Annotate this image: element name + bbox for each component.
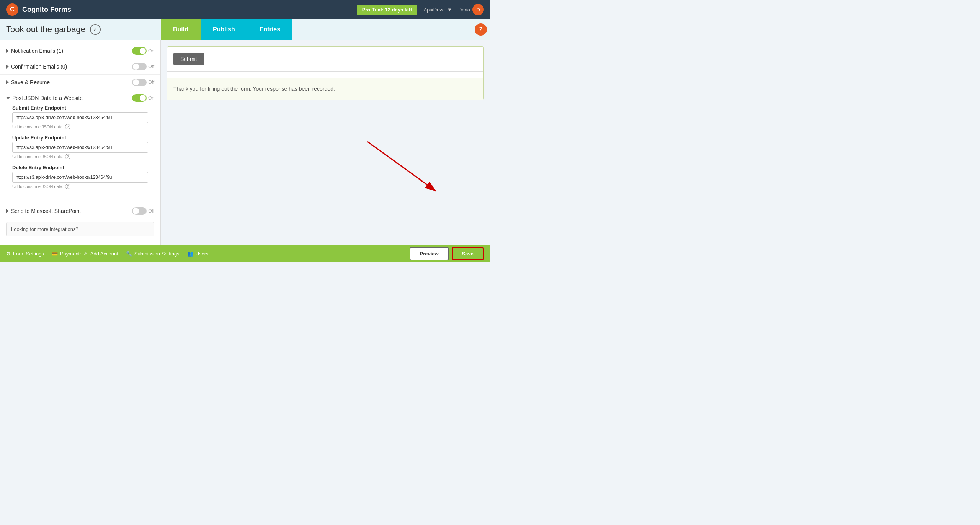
- navbar-brand: Cognito Forms: [22, 6, 71, 14]
- sidebar-item-title[interactable]: Post JSON Data to a Website: [6, 95, 83, 101]
- sidebar-item-confirmation-emails: Confirmation Emails (0) Off: [0, 59, 160, 75]
- toggle-thumb: [140, 48, 146, 54]
- sidebar: Notification Emails (1) On Confirmation …: [0, 40, 161, 245]
- svg-line-1: [368, 142, 436, 191]
- toggle-track[interactable]: [132, 207, 147, 215]
- toggle-thumb: [133, 208, 139, 214]
- form-divider: [167, 71, 483, 72]
- form-title-area: Took out the garbage ✓: [0, 24, 161, 35]
- toggle-track[interactable]: [132, 47, 147, 55]
- submit-endpoint-label: Submit Entry Endpoint: [12, 105, 148, 111]
- users-icon: 👥: [187, 251, 193, 257]
- sub-header: Took out the garbage ✓ Build Publish Ent…: [0, 19, 490, 40]
- users-button[interactable]: 👥 Users: [187, 251, 209, 257]
- toolbar-left: ⚙ Form Settings 💳 Payment: ⚠ Add Account…: [6, 251, 209, 257]
- toolbar-right: Preview Save: [410, 247, 484, 260]
- post-json-toggle[interactable]: On: [132, 94, 154, 102]
- toggle-thumb: [140, 95, 146, 101]
- bottom-toolbar: ⚙ Form Settings 💳 Payment: ⚠ Add Account…: [0, 245, 490, 262]
- user-avatar[interactable]: D: [472, 4, 484, 15]
- submit-endpoint-block: Submit Entry Endpoint Url to consume JSO…: [12, 105, 148, 129]
- content-area: Submit Thank you for filling out the for…: [161, 40, 490, 245]
- tab-entries[interactable]: Entries: [247, 19, 292, 40]
- update-endpoint-hint: Url to consume JSON data. ?: [12, 154, 148, 159]
- check-circle-icon[interactable]: ✓: [90, 24, 101, 35]
- submission-settings-button[interactable]: 🔧 Submission Settings: [126, 251, 180, 257]
- tab-build[interactable]: Build: [161, 19, 201, 40]
- expand-icon: [6, 80, 9, 84]
- hint-icon: ?: [65, 124, 70, 129]
- delete-endpoint-block: Delete Entry Endpoint Url to consume JSO…: [12, 165, 148, 189]
- form-settings-button[interactable]: ⚙ Form Settings: [6, 251, 44, 257]
- sidebar-item-notification-emails: Notification Emails (1) On: [0, 43, 160, 59]
- hint-icon: ?: [65, 154, 70, 159]
- delete-endpoint-label: Delete Entry Endpoint: [12, 165, 148, 170]
- sidebar-item-sharepoint: Send to Microsoft SharePoint Off: [0, 203, 160, 219]
- gear-icon: ⚙: [6, 251, 11, 257]
- sidebar-item-title[interactable]: Confirmation Emails (0): [6, 64, 67, 70]
- settings-icon: 🔧: [126, 251, 132, 257]
- main-layout: Notification Emails (1) On Confirmation …: [0, 40, 490, 245]
- sidebar-item-title[interactable]: Save & Resume: [6, 79, 50, 85]
- tab-publish[interactable]: Publish: [201, 19, 247, 40]
- expand-icon: [6, 209, 9, 213]
- sidebar-item-post-json: Post JSON Data to a Website On Submit En…: [0, 90, 160, 203]
- sidebar-row: Notification Emails (1) On: [6, 47, 154, 55]
- submit-endpoint-input[interactable]: [12, 112, 148, 123]
- update-endpoint-label: Update Entry Endpoint: [12, 135, 148, 141]
- payment-icon: 💳: [52, 251, 58, 257]
- pro-trial-badge[interactable]: Pro Trial: 12 days left: [357, 5, 418, 15]
- sidebar-row: Save & Resume Off: [6, 79, 154, 86]
- save-button[interactable]: Save: [452, 247, 484, 260]
- delete-endpoint-input[interactable]: [12, 172, 148, 183]
- update-endpoint-block: Update Entry Endpoint Url to consume JSO…: [12, 135, 148, 159]
- toggle-thumb: [133, 64, 139, 70]
- confirmation-emails-toggle[interactable]: Off: [132, 63, 154, 70]
- navbar-right: Pro Trial: 12 days left ApixDrive ▼ Dari…: [357, 4, 484, 15]
- sidebar-item-title[interactable]: Send to Microsoft SharePoint: [6, 208, 81, 214]
- sidebar-row: Confirmation Emails (0) Off: [6, 63, 154, 70]
- update-endpoint-input[interactable]: [12, 142, 148, 153]
- form-divider2: [167, 75, 483, 75]
- collapse-icon: [6, 97, 10, 100]
- payment-button[interactable]: 💳 Payment: ⚠ Add Account: [52, 251, 118, 257]
- tabs: Build Publish Entries: [161, 19, 292, 40]
- submit-button[interactable]: Submit: [173, 53, 204, 65]
- cognito-logo-icon: C: [6, 3, 18, 16]
- toggle-track[interactable]: [132, 94, 147, 102]
- delete-endpoint-hint: Url to consume JSON data. ?: [12, 184, 148, 189]
- post-json-section: Submit Entry Endpoint Url to consume JSO…: [6, 102, 154, 199]
- submit-button-area: Submit: [167, 47, 483, 71]
- navbar-left: C Cognito Forms: [6, 3, 71, 16]
- preview-button[interactable]: Preview: [410, 247, 448, 260]
- more-integrations[interactable]: Looking for more integrations?: [6, 222, 154, 236]
- daria-user: Daria D: [458, 4, 484, 15]
- thank-you-message: Thank you for filling out the form. Your…: [167, 78, 483, 100]
- expand-icon: [6, 49, 9, 53]
- expand-icon: [6, 65, 9, 69]
- toggle-thumb: [133, 79, 139, 85]
- form-title: Took out the garbage: [6, 25, 85, 34]
- toggle-track[interactable]: [132, 79, 147, 86]
- toggle-track[interactable]: [132, 63, 147, 70]
- sidebar-item-title[interactable]: Notification Emails (1): [6, 48, 63, 54]
- form-preview: Submit Thank you for filling out the for…: [167, 46, 484, 100]
- sidebar-item-save-resume: Save & Resume Off: [0, 75, 160, 90]
- submit-endpoint-hint: Url to consume JSON data. ?: [12, 124, 148, 129]
- sidebar-row: Send to Microsoft SharePoint Off: [6, 207, 154, 215]
- sharepoint-toggle[interactable]: Off: [132, 207, 154, 215]
- red-arrow-annotation: [345, 130, 459, 207]
- help-button[interactable]: ?: [475, 23, 487, 36]
- hint-icon: ?: [65, 184, 70, 189]
- navbar: C Cognito Forms Pro Trial: 12 days left …: [0, 0, 490, 19]
- save-resume-toggle[interactable]: Off: [132, 79, 154, 86]
- chevron-down-icon: ▼: [447, 7, 452, 13]
- apixdrive-user[interactable]: ApixDrive ▼: [423, 7, 452, 13]
- sidebar-row: Post JSON Data to a Website On: [6, 94, 154, 102]
- warning-icon: ⚠: [83, 251, 88, 257]
- notification-emails-toggle[interactable]: On: [132, 47, 154, 55]
